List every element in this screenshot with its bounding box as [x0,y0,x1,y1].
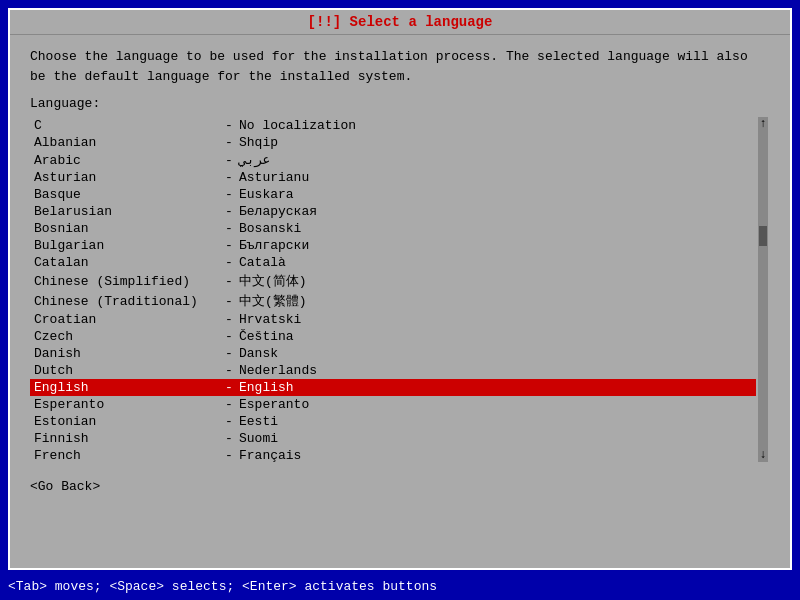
lang-name: Catalan [34,255,219,270]
lang-name: Bulgarian [34,238,219,253]
lang-dash: - [219,221,239,236]
lang-native: Français [239,448,301,462]
language-item[interactable]: Finnish-Suomi [30,430,756,447]
lang-name: Croatian [34,312,219,327]
lang-dash: - [219,329,239,344]
lang-native: Български [239,238,309,253]
lang-name: Belarusian [34,204,219,219]
lang-dash: - [219,274,239,289]
language-label: Language: [30,96,770,111]
lang-native: English [239,380,294,395]
lang-name: Basque [34,187,219,202]
description: Choose the language to be used for the i… [30,47,770,86]
lang-dash: - [219,431,239,446]
status-text: <Tab> moves; <Space> selects; <Enter> ac… [8,579,437,594]
lang-name: Finnish [34,431,219,446]
language-item[interactable]: Estonian-Eesti [30,413,756,430]
language-item[interactable]: Bosnian-Bosanski [30,220,756,237]
language-item[interactable]: Belarusian-Беларуская [30,203,756,220]
language-item[interactable]: Arabic-عربي [30,151,756,169]
lang-dash: - [219,346,239,361]
language-item[interactable]: Chinese (Simplified)-中文(简体) [30,271,756,291]
language-item[interactable]: Albanian-Shqip [30,134,756,151]
lang-native: 中文(繁體) [239,292,307,310]
lang-dash: - [219,170,239,185]
lang-native: عربي [239,152,270,168]
lang-name: Albanian [34,135,219,150]
lang-dash: - [219,204,239,219]
language-item[interactable]: Esperanto-Esperanto [30,396,756,413]
lang-native: Nederlands [239,363,317,378]
lang-name: Asturian [34,170,219,185]
language-item[interactable]: Danish-Dansk [30,345,756,362]
scrollbar-track [759,131,767,448]
lang-native: No localization [239,118,356,133]
language-item[interactable]: Czech-Čeština [30,328,756,345]
lang-name: Czech [34,329,219,344]
lang-name: Danish [34,346,219,361]
lang-name: French [34,448,219,462]
lang-dash: - [219,255,239,270]
lang-dash: - [219,312,239,327]
lang-dash: - [219,135,239,150]
scrollbar-thumb[interactable] [759,226,767,246]
language-item[interactable]: Catalan-Català [30,254,756,271]
language-item[interactable]: Chinese (Traditional)-中文(繁體) [30,291,756,311]
lang-dash: - [219,448,239,462]
lang-native: Bosanski [239,221,301,236]
lang-native: 中文(简体) [239,272,307,290]
language-item[interactable]: French-Français [30,447,756,462]
lang-dash: - [219,187,239,202]
lang-native: Català [239,255,286,270]
scrollbar-up-arrow[interactable]: ↑ [759,117,766,131]
lang-native: Беларуская [239,204,317,219]
lang-dash: - [219,118,239,133]
status-bar: <Tab> moves; <Space> selects; <Enter> ac… [0,572,800,600]
language-item[interactable]: Asturian-Asturianu [30,169,756,186]
lang-name: Dutch [34,363,219,378]
lang-native: Euskara [239,187,294,202]
language-item[interactable]: C-No localization [30,117,756,134]
lang-dash: - [219,380,239,395]
scrollbar[interactable]: ↑ ↓ [758,117,768,462]
lang-dash: - [219,238,239,253]
title-bar: [!!] Select a language [10,10,790,35]
go-back-button[interactable]: <Go Back> [30,479,100,494]
language-item[interactable]: English-English [30,379,756,396]
lang-name: Chinese (Traditional) [34,294,219,309]
lang-name: Bosnian [34,221,219,236]
content-area: Choose the language to be used for the i… [10,35,790,470]
lang-dash: - [219,153,239,168]
lang-native: Dansk [239,346,278,361]
lang-native: Eesti [239,414,278,429]
lang-name: Chinese (Simplified) [34,274,219,289]
scrollbar-down-arrow[interactable]: ↓ [759,448,766,462]
lang-dash: - [219,397,239,412]
lang-dash: - [219,363,239,378]
description-text: Choose the language to be used for the i… [30,49,748,84]
language-item[interactable]: Dutch-Nederlands [30,362,756,379]
lang-native: Suomi [239,431,278,446]
lang-native: Shqip [239,135,278,150]
lang-name: Estonian [34,414,219,429]
lang-native: Čeština [239,329,294,344]
lang-native: Esperanto [239,397,309,412]
language-list: C-No localizationAlbanian-ShqipArabic-عر… [30,117,770,462]
lang-name: Arabic [34,153,219,168]
language-list-container[interactable]: C-No localizationAlbanian-ShqipArabic-عر… [30,117,770,462]
lang-name: Esperanto [34,397,219,412]
language-item[interactable]: Croatian-Hrvatski [30,311,756,328]
lang-native: Hrvatski [239,312,301,327]
language-item[interactable]: Basque-Euskara [30,186,756,203]
main-window: [!!] Select a language Choose the langua… [8,8,792,570]
lang-dash: - [219,414,239,429]
language-item[interactable]: Bulgarian-Български [30,237,756,254]
lang-name: English [34,380,219,395]
lang-dash: - [219,294,239,309]
go-back-area: <Go Back> [10,470,790,502]
lang-native: Asturianu [239,170,309,185]
lang-name: C [34,118,219,133]
title-text: [!!] Select a language [308,14,493,30]
